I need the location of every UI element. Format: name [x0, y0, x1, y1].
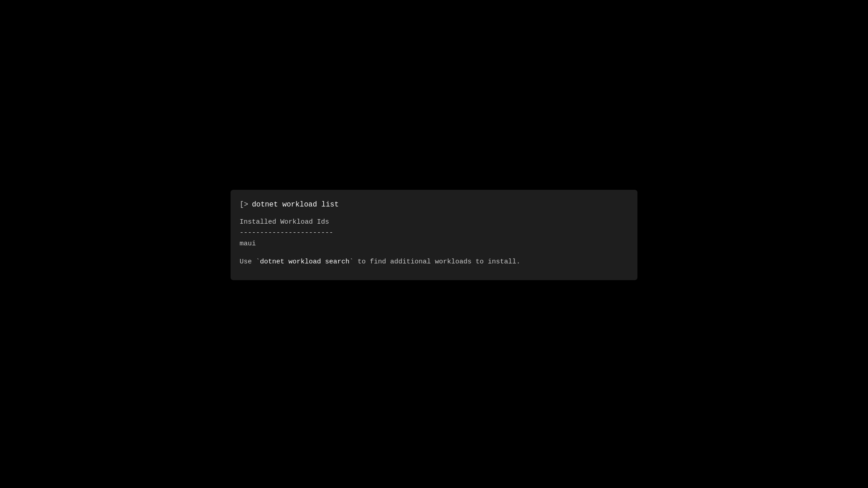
prompt-symbol: [>: [240, 201, 248, 209]
prompt-command: dotnet workload list: [252, 201, 339, 209]
terminal-window: [> dotnet workload list Installed Worklo…: [231, 190, 637, 280]
output-separator: -----------------------: [240, 228, 628, 239]
hint-command: dotnet workload search: [260, 258, 349, 266]
output-installed-item: maui: [240, 239, 628, 249]
output-header: Installed Workload Ids: [240, 217, 628, 228]
output-hint: Use `dotnet workload search` to find add…: [240, 257, 628, 267]
terminal-output: Installed Workload Ids -----------------…: [240, 217, 628, 267]
prompt-line: [> dotnet workload list: [240, 201, 628, 209]
